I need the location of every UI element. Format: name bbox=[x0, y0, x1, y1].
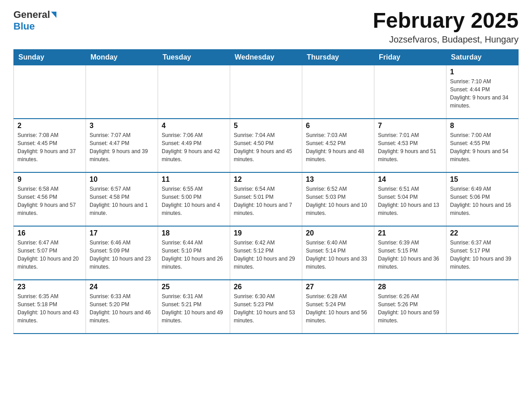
calendar-day-cell: 28Sunrise: 6:26 AMSunset: 5:26 PMDayligh… bbox=[374, 280, 446, 334]
day-info: Sunrise: 6:35 AMSunset: 5:18 PMDaylight:… bbox=[17, 292, 82, 325]
day-info: Sunrise: 6:30 AMSunset: 5:23 PMDaylight:… bbox=[234, 292, 298, 325]
day-number: 18 bbox=[162, 229, 226, 237]
day-of-week-header: Monday bbox=[86, 49, 158, 65]
day-info: Sunrise: 6:47 AMSunset: 5:07 PMDaylight:… bbox=[17, 239, 82, 271]
day-of-week-header: Saturday bbox=[446, 49, 519, 65]
calendar-day-cell: 22Sunrise: 6:37 AMSunset: 5:17 PMDayligh… bbox=[446, 226, 519, 280]
calendar-day-cell: 7Sunrise: 7:01 AMSunset: 4:53 PMDaylight… bbox=[374, 119, 446, 172]
day-info: Sunrise: 6:51 AMSunset: 5:04 PMDaylight:… bbox=[378, 185, 442, 217]
logo-general-text: General bbox=[13, 9, 50, 21]
calendar-day-cell: 27Sunrise: 6:28 AMSunset: 5:24 PMDayligh… bbox=[302, 280, 374, 334]
calendar-subtitle: Jozsefvaros, Budapest, Hungary bbox=[373, 34, 519, 45]
day-info: Sunrise: 7:10 AMSunset: 4:44 PMDaylight:… bbox=[450, 77, 515, 110]
calendar-title: February 2025 bbox=[373, 9, 519, 33]
day-number: 10 bbox=[90, 176, 154, 184]
day-info: Sunrise: 7:01 AMSunset: 4:53 PMDaylight:… bbox=[378, 131, 442, 163]
day-number: 8 bbox=[450, 122, 515, 130]
calendar-body: 1Sunrise: 7:10 AMSunset: 4:44 PMDaylight… bbox=[14, 65, 519, 334]
day-number: 26 bbox=[234, 283, 298, 291]
calendar-day-cell bbox=[302, 65, 374, 119]
calendar-day-cell: 11Sunrise: 6:55 AMSunset: 5:00 PMDayligh… bbox=[158, 172, 230, 226]
calendar-day-cell: 19Sunrise: 6:42 AMSunset: 5:12 PMDayligh… bbox=[230, 226, 302, 280]
title-block: February 2025 Jozsefvaros, Budapest, Hun… bbox=[373, 9, 519, 45]
calendar-day-cell: 3Sunrise: 7:07 AMSunset: 4:47 PMDaylight… bbox=[86, 119, 158, 172]
day-info: Sunrise: 6:31 AMSunset: 5:21 PMDaylight:… bbox=[162, 292, 226, 325]
day-number: 28 bbox=[378, 283, 442, 291]
day-number: 5 bbox=[234, 122, 298, 130]
calendar-day-cell bbox=[86, 65, 158, 119]
calendar-day-cell: 1Sunrise: 7:10 AMSunset: 4:44 PMDaylight… bbox=[446, 65, 519, 119]
day-number: 24 bbox=[90, 283, 154, 291]
day-number: 21 bbox=[378, 229, 442, 237]
logo: General Blue bbox=[13, 9, 56, 32]
page-header: General Blue February 2025 Jozsefvaros, … bbox=[13, 9, 519, 45]
day-info: Sunrise: 7:08 AMSunset: 4:45 PMDaylight:… bbox=[17, 131, 82, 163]
calendar-day-cell: 8Sunrise: 7:00 AMSunset: 4:55 PMDaylight… bbox=[446, 119, 519, 172]
day-info: Sunrise: 6:52 AMSunset: 5:03 PMDaylight:… bbox=[306, 185, 370, 217]
day-number: 23 bbox=[17, 283, 82, 291]
day-number: 9 bbox=[17, 176, 82, 184]
calendar-day-cell: 6Sunrise: 7:03 AMSunset: 4:52 PMDaylight… bbox=[302, 119, 374, 172]
calendar-day-cell: 25Sunrise: 6:31 AMSunset: 5:21 PMDayligh… bbox=[158, 280, 230, 334]
day-number: 1 bbox=[450, 68, 515, 76]
day-info: Sunrise: 7:00 AMSunset: 4:55 PMDaylight:… bbox=[450, 131, 515, 163]
day-info: Sunrise: 7:03 AMSunset: 4:52 PMDaylight:… bbox=[306, 131, 370, 163]
day-info: Sunrise: 7:06 AMSunset: 4:49 PMDaylight:… bbox=[162, 131, 226, 163]
calendar-week-row: 23Sunrise: 6:35 AMSunset: 5:18 PMDayligh… bbox=[14, 280, 519, 334]
day-number: 22 bbox=[450, 229, 515, 237]
calendar-day-cell: 2Sunrise: 7:08 AMSunset: 4:45 PMDaylight… bbox=[14, 119, 86, 172]
calendar-day-cell: 16Sunrise: 6:47 AMSunset: 5:07 PMDayligh… bbox=[14, 226, 86, 280]
calendar-day-cell: 4Sunrise: 7:06 AMSunset: 4:49 PMDaylight… bbox=[158, 119, 230, 172]
logo-arrow-icon bbox=[51, 12, 56, 18]
calendar-day-cell: 23Sunrise: 6:35 AMSunset: 5:18 PMDayligh… bbox=[14, 280, 86, 334]
calendar-table: SundayMondayTuesdayWednesdayThursdayFrid… bbox=[13, 49, 519, 334]
day-number: 16 bbox=[17, 229, 82, 237]
day-info: Sunrise: 6:57 AMSunset: 4:58 PMDaylight:… bbox=[90, 185, 154, 217]
day-info: Sunrise: 6:44 AMSunset: 5:10 PMDaylight:… bbox=[162, 239, 226, 271]
calendar-day-cell: 20Sunrise: 6:40 AMSunset: 5:14 PMDayligh… bbox=[302, 226, 374, 280]
calendar-header: SundayMondayTuesdayWednesdayThursdayFrid… bbox=[14, 49, 519, 65]
day-number: 15 bbox=[450, 176, 515, 184]
calendar-day-cell: 17Sunrise: 6:46 AMSunset: 5:09 PMDayligh… bbox=[86, 226, 158, 280]
day-number: 20 bbox=[306, 229, 370, 237]
calendar-day-cell: 26Sunrise: 6:30 AMSunset: 5:23 PMDayligh… bbox=[230, 280, 302, 334]
days-of-week-row: SundayMondayTuesdayWednesdayThursdayFrid… bbox=[14, 49, 519, 65]
day-number: 7 bbox=[378, 122, 442, 130]
day-info: Sunrise: 6:28 AMSunset: 5:24 PMDaylight:… bbox=[306, 292, 370, 325]
day-number: 2 bbox=[17, 122, 82, 130]
day-info: Sunrise: 6:40 AMSunset: 5:14 PMDaylight:… bbox=[306, 239, 370, 271]
day-info: Sunrise: 6:26 AMSunset: 5:26 PMDaylight:… bbox=[378, 292, 442, 325]
calendar-week-row: 9Sunrise: 6:58 AMSunset: 4:56 PMDaylight… bbox=[14, 172, 519, 226]
day-number: 17 bbox=[90, 229, 154, 237]
calendar-day-cell: 21Sunrise: 6:39 AMSunset: 5:15 PMDayligh… bbox=[374, 226, 446, 280]
day-number: 6 bbox=[306, 122, 370, 130]
day-info: Sunrise: 6:58 AMSunset: 4:56 PMDaylight:… bbox=[17, 185, 82, 217]
calendar-day-cell: 18Sunrise: 6:44 AMSunset: 5:10 PMDayligh… bbox=[158, 226, 230, 280]
day-number: 27 bbox=[306, 283, 370, 291]
calendar-day-cell bbox=[158, 65, 230, 119]
day-info: Sunrise: 7:07 AMSunset: 4:47 PMDaylight:… bbox=[90, 131, 154, 163]
day-number: 3 bbox=[90, 122, 154, 130]
calendar-day-cell bbox=[14, 65, 86, 119]
calendar-day-cell: 15Sunrise: 6:49 AMSunset: 5:06 PMDayligh… bbox=[446, 172, 519, 226]
day-info: Sunrise: 6:46 AMSunset: 5:09 PMDaylight:… bbox=[90, 239, 154, 271]
day-of-week-header: Sunday bbox=[14, 49, 86, 65]
calendar-day-cell: 14Sunrise: 6:51 AMSunset: 5:04 PMDayligh… bbox=[374, 172, 446, 226]
day-number: 11 bbox=[162, 176, 226, 184]
day-info: Sunrise: 6:39 AMSunset: 5:15 PMDaylight:… bbox=[378, 239, 442, 271]
calendar-week-row: 16Sunrise: 6:47 AMSunset: 5:07 PMDayligh… bbox=[14, 226, 519, 280]
day-number: 14 bbox=[378, 176, 442, 184]
day-number: 4 bbox=[162, 122, 226, 130]
day-of-week-header: Tuesday bbox=[158, 49, 230, 65]
logo-blue-text: Blue bbox=[13, 21, 35, 32]
day-number: 19 bbox=[234, 229, 298, 237]
day-info: Sunrise: 6:55 AMSunset: 5:00 PMDaylight:… bbox=[162, 185, 226, 217]
calendar-day-cell: 9Sunrise: 6:58 AMSunset: 4:56 PMDaylight… bbox=[14, 172, 86, 226]
day-info: Sunrise: 6:42 AMSunset: 5:12 PMDaylight:… bbox=[234, 239, 298, 271]
calendar-day-cell bbox=[374, 65, 446, 119]
calendar-week-row: 2Sunrise: 7:08 AMSunset: 4:45 PMDaylight… bbox=[14, 119, 519, 172]
calendar-day-cell: 12Sunrise: 6:54 AMSunset: 5:01 PMDayligh… bbox=[230, 172, 302, 226]
day-of-week-header: Thursday bbox=[302, 49, 374, 65]
day-number: 25 bbox=[162, 283, 226, 291]
day-of-week-header: Wednesday bbox=[230, 49, 302, 65]
